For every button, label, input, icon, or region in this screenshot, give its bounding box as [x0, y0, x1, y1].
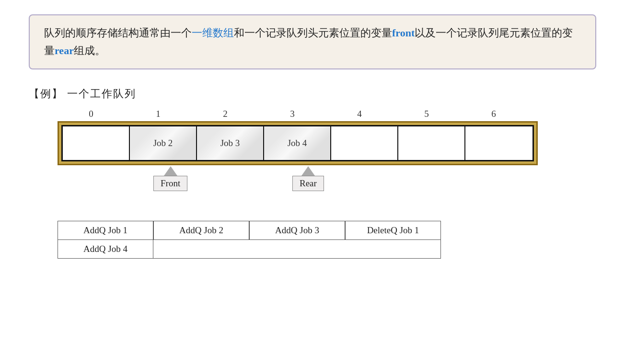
operations-section: AddQ Job 1 AddQ Job 2 AddQ Job 3 DeleteQ… — [58, 221, 596, 259]
cell-1: Job 2 — [130, 126, 197, 160]
rear-label-box: Rear — [292, 176, 324, 191]
desc-text4: 组成。 — [74, 45, 105, 57]
desc-text1: 队列的顺序存储结构通常由一个 — [44, 27, 192, 39]
op-2-2 — [153, 239, 249, 259]
cell-0 — [63, 126, 130, 160]
op-1-3: AddQ Job 3 — [249, 221, 345, 240]
op-2-1: AddQ Job 4 — [58, 239, 153, 259]
rear-arrow-label: Rear — [292, 166, 324, 191]
array-wrapper: Job 2 Job 3 Job 4 — [58, 121, 538, 165]
cell-4 — [331, 126, 398, 160]
index-3: 3 — [259, 109, 326, 119]
op-2-3 — [249, 239, 345, 259]
labels-row: Front Rear — [58, 165, 596, 213]
index-4: 4 — [326, 109, 393, 119]
index-5: 5 — [393, 109, 460, 119]
index-6: 6 — [460, 109, 527, 119]
desc-text2: 和一个记录队列头元素位置的变量 — [234, 27, 392, 39]
cell-2: Job 3 — [197, 126, 264, 160]
cell-6 — [465, 126, 532, 160]
rear-arrow-icon — [301, 166, 315, 176]
description-box: 队列的顺序存储结构通常由一个一维数组和一个记录队列头元素位置的变量front以及… — [29, 14, 596, 69]
cell-5 — [398, 126, 465, 160]
index-1: 1 — [125, 109, 192, 119]
front-label-desc: front — [392, 27, 415, 39]
rear-label-desc: rear — [55, 45, 74, 57]
op-1-2: AddQ Job 2 — [153, 221, 249, 240]
ops-row-2: AddQ Job 4 — [58, 239, 596, 259]
op-1-1: AddQ Job 1 — [58, 221, 153, 240]
front-arrow-icon — [164, 166, 177, 176]
example-title: 【例】 一个工作队列 — [29, 87, 596, 101]
front-label-box: Front — [153, 176, 187, 191]
front-arrow-label: Front — [153, 166, 187, 191]
cell-3: Job 4 — [264, 126, 331, 160]
array-indices: 0 1 2 3 4 5 6 — [58, 109, 596, 119]
index-0: 0 — [58, 109, 125, 119]
array-section: 0 1 2 3 4 5 6 Job 2 Job 3 Job 4 — [29, 109, 596, 213]
index-2: 2 — [192, 109, 259, 119]
ops-row-1: AddQ Job 1 AddQ Job 2 AddQ Job 3 DeleteQ… — [58, 221, 596, 240]
op-1-4: DeleteQ Job 1 — [345, 221, 441, 240]
op-2-4 — [345, 239, 441, 259]
array-link[interactable]: 一维数组 — [192, 27, 234, 39]
array-cells: Job 2 Job 3 Job 4 — [61, 125, 534, 161]
main-container: 队列的顺序存储结构通常由一个一维数组和一个记录队列头元素位置的变量front以及… — [0, 0, 625, 273]
